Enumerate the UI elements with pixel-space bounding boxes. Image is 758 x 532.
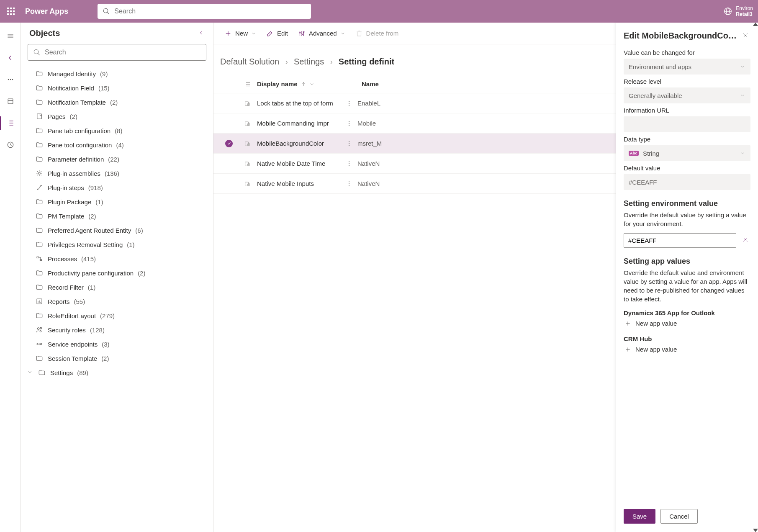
tree-item-label: Reports <box>48 298 70 305</box>
row-more-button[interactable] <box>341 180 357 187</box>
tree-item[interactable]: Service endpoints (3) <box>24 337 213 351</box>
edit-button[interactable]: Edit <box>262 27 292 40</box>
save-button[interactable]: Save <box>624 509 655 524</box>
tree-item-label: Productivity pane configuration <box>48 270 134 277</box>
info-url-field[interactable] <box>624 116 750 132</box>
row-more-button[interactable] <box>341 160 357 167</box>
environment-picker[interactable]: Environ Retail3 <box>723 5 753 18</box>
tree-item[interactable]: Session Template (2) <box>24 351 213 365</box>
tree-item[interactable]: Pane tool configuration (4) <box>24 138 213 152</box>
svg-point-9 <box>10 79 11 80</box>
tree-item-label: Notification Field <box>48 85 94 92</box>
objects-panel: Objects Managed Identity (9)Notification… <box>21 23 213 532</box>
advanced-button[interactable]: Advanced <box>294 27 349 40</box>
tree-item-count: (2) <box>70 113 77 120</box>
tree-item-label: Session Template <box>48 355 97 362</box>
row-more-button[interactable] <box>341 140 357 147</box>
tree-item-label: Plug-in steps <box>48 184 84 191</box>
tree-item[interactable]: Record Filter (1) <box>24 280 213 294</box>
objects-search-input[interactable] <box>45 49 201 56</box>
svg-point-55 <box>349 101 349 102</box>
more-icon[interactable] <box>5 75 15 85</box>
folder-icon <box>35 212 44 220</box>
tree-item[interactable]: Productivity pane configuration (2) <box>24 266 213 280</box>
tree-item[interactable]: Managed Identity (9) <box>24 67 213 81</box>
new-app-value-1[interactable]: New app value <box>624 317 750 329</box>
svg-point-70 <box>349 161 349 162</box>
row-more-button[interactable] <box>341 100 357 107</box>
tree-item[interactable]: Privileges Removal Setting (1) <box>24 237 213 252</box>
chevron-down-icon <box>740 150 745 156</box>
app-launcher-icon[interactable] <box>5 5 17 17</box>
new-button[interactable]: New <box>220 27 260 40</box>
objects-tree[interactable]: Managed Identity (9)Notification Field (… <box>21 65 213 532</box>
back-icon[interactable] <box>5 53 15 63</box>
main-content: New Edit Advanced Delete from <box>213 23 758 532</box>
tree-icon[interactable] <box>5 118 15 128</box>
delete-button[interactable]: Delete from <box>351 27 403 40</box>
svg-point-23 <box>39 172 41 175</box>
tree-item-label: Managed Identity <box>48 70 96 77</box>
tree-item[interactable]: Notification Field (15) <box>24 81 213 95</box>
clear-env-value-button[interactable] <box>740 235 750 246</box>
cancel-button[interactable]: Cancel <box>660 509 698 524</box>
row-checkbox[interactable] <box>220 140 238 147</box>
close-panel-button[interactable] <box>740 30 750 41</box>
svg-point-61 <box>349 123 349 124</box>
tree-item[interactable]: Plug-in assemblies (136) <box>24 166 213 180</box>
page-icon <box>35 112 44 121</box>
folder-icon <box>35 69 44 78</box>
default-value-label: Default value <box>624 164 750 172</box>
tree-item[interactable]: Security roles (128) <box>24 323 213 337</box>
card-icon[interactable] <box>5 96 15 106</box>
tree-item-count: (3) <box>102 341 109 348</box>
tree-item[interactable]: Plugin Package (1) <box>24 195 213 209</box>
tree-item[interactable]: PM Template (2) <box>24 209 213 223</box>
tree-item[interactable]: Notification Template (2) <box>24 95 213 109</box>
svg-point-77 <box>349 185 349 186</box>
hamburger-icon[interactable] <box>5 31 15 41</box>
tree-item-count: (2) <box>138 270 145 277</box>
collapse-objects-icon[interactable] <box>198 29 205 37</box>
svg-point-41 <box>301 33 302 35</box>
new-app-value-2[interactable]: New app value <box>624 343 750 355</box>
svg-point-67 <box>349 145 349 146</box>
tree-item[interactable]: Pane tab configuration (8) <box>24 123 213 138</box>
tree-item[interactable]: Preferred Agent Routed Entity (6) <box>24 223 213 237</box>
breadcrumb-root[interactable]: Default Solution <box>220 57 279 67</box>
release-select[interactable]: Generally available <box>624 87 750 103</box>
tree-item[interactable]: Reports (55) <box>24 294 213 308</box>
tree-item[interactable]: Plug-in steps (918) <box>24 180 213 195</box>
chevron-down-icon <box>251 31 256 36</box>
default-value-field: #CEEAFF <box>624 174 750 190</box>
tree-item[interactable]: RoleEditorLayout (279) <box>24 308 213 323</box>
svg-line-21 <box>38 53 40 55</box>
row-display-name: Mobile Commanding Impr <box>257 120 341 127</box>
tree-item[interactable]: Pages (2) <box>24 109 213 123</box>
datatype-select[interactable]: Abc String <box>624 145 750 161</box>
report-icon <box>35 297 44 306</box>
global-search[interactable] <box>98 4 311 19</box>
objects-search[interactable] <box>28 44 206 61</box>
sort-asc-icon <box>301 82 306 87</box>
tree-item[interactable]: Parameter definition (22) <box>24 152 213 166</box>
global-search-input[interactable] <box>114 8 306 15</box>
history-icon[interactable] <box>5 140 15 150</box>
environment-label: Environ <box>736 5 753 11</box>
env-value-input[interactable] <box>624 233 736 248</box>
tree-item-count: (9) <box>100 70 108 77</box>
tree-item-count: (279) <box>100 312 115 319</box>
folder-icon <box>35 98 44 106</box>
column-display-name[interactable]: Display name <box>257 80 357 87</box>
tree-item[interactable]: Settings (89) <box>24 365 213 380</box>
roles-icon <box>35 326 44 334</box>
svg-rect-53 <box>245 102 249 105</box>
plus-icon <box>624 320 631 327</box>
list-icon[interactable] <box>238 80 257 88</box>
svg-point-20 <box>34 49 39 54</box>
tree-item[interactable]: Processes (415) <box>24 252 213 266</box>
value-changed-select[interactable]: Environment and apps <box>624 59 750 75</box>
breadcrumb-mid[interactable]: Settings <box>294 57 324 67</box>
row-more-button[interactable] <box>341 120 357 127</box>
tree-item-count: (128) <box>90 326 105 334</box>
